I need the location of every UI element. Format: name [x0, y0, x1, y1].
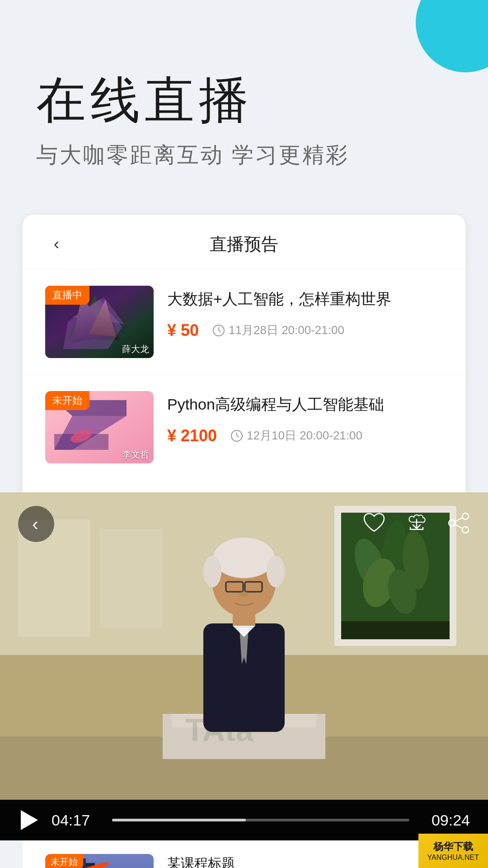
- course-price-2: ¥ 2100: [167, 426, 217, 445]
- svg-point-44: [267, 556, 285, 587]
- hero-title: 在线直播: [36, 72, 452, 127]
- play-icon: [21, 810, 38, 830]
- course-info-3: 某课程标题应用 免费 12月19日 11:30-13:00: [167, 854, 443, 868]
- panel-header: ‹ 直播预告: [23, 215, 465, 269]
- course-item-2[interactable]: 未开始 李文哲 Python高级编程与人工智能基础 ¥ 2100 12月10日 …: [23, 375, 465, 480]
- time-current: 04:17: [52, 811, 101, 829]
- progress-bar[interactable]: [112, 819, 409, 821]
- course-name-3: 某课程标题应用: [167, 854, 443, 868]
- course-author-2: 李文哲: [122, 448, 149, 461]
- svg-line-16: [237, 436, 239, 437]
- watermark: 杨华下载 YANGHUA.NET: [418, 834, 488, 868]
- progress-fill: [112, 819, 246, 821]
- course-name-2: Python高级编程与人工智能基础: [167, 394, 443, 415]
- course-info-2: Python高级编程与人工智能基础 ¥ 2100 12月10日 20:00-21…: [167, 391, 443, 445]
- course-thumbnail-2: 未开始 李文哲: [45, 391, 154, 463]
- svg-point-43: [203, 556, 221, 587]
- hero-section: 在线直播 与大咖零距离互动 学习更精彩: [0, 0, 488, 197]
- svg-point-51: [449, 520, 455, 526]
- course-meta-2: ¥ 2100 12月10日 20:00-21:00: [167, 426, 443, 445]
- player-back-button[interactable]: ‹: [18, 506, 54, 542]
- course-badge-1: 直播中: [45, 286, 89, 305]
- clock-icon: [212, 324, 225, 337]
- clock-icon-2: [230, 429, 243, 442]
- broadcast-panel: ‹ 直播预告: [23, 215, 465, 493]
- svg-point-52: [462, 527, 469, 533]
- course-badge-3: 未开始: [45, 854, 83, 868]
- svg-line-54: [455, 524, 463, 528]
- course-author-1: 薛大龙: [122, 343, 149, 355]
- player-right-controls: [362, 512, 470, 536]
- panel-title: 直播预告: [210, 233, 278, 256]
- back-chevron-icon: ‹: [54, 235, 59, 254]
- time-total: 09:24: [420, 811, 470, 829]
- panel-back-button[interactable]: ‹: [45, 233, 68, 255]
- share-icon: [447, 512, 470, 534]
- heart-icon: [362, 512, 386, 534]
- course-date-1: 11月28日 20:00-21:00: [229, 322, 344, 338]
- course-date-2: 12月10日 20:00-21:00: [247, 428, 362, 443]
- course-time-2: 12月10日 20:00-21:00: [230, 428, 362, 443]
- download-button[interactable]: [404, 513, 429, 535]
- svg-rect-29: [341, 621, 450, 639]
- course-price-1: ¥ 50: [167, 321, 199, 340]
- course-info-1: 大数据+人工智能，怎样重构世界 ¥ 50 11月28日 20:00-21:00: [167, 286, 443, 340]
- course-thumbnail-3: 未开始 程云宁: [45, 854, 154, 868]
- svg-point-48: [239, 591, 249, 597]
- video-player: TAta: [0, 492, 488, 840]
- svg-point-50: [462, 513, 469, 519]
- video-frame: TAta: [0, 492, 488, 800]
- course-item[interactable]: 直播中 薛大龙 大数据+人工智能，怎样重构世界 ¥ 50 11月28日 20:0…: [23, 269, 465, 375]
- player-back-icon: ‹: [32, 514, 38, 534]
- course-badge-2: 未开始: [45, 391, 89, 410]
- hero-subtitle: 与大咖零距离互动 学习更精彩: [36, 141, 452, 170]
- share-button[interactable]: [447, 512, 470, 536]
- favorite-button[interactable]: [362, 512, 386, 536]
- course-item-3[interactable]: 未开始 程云宁 某课程标题应用 免费 12月19日 11:30-13:00: [23, 840, 465, 868]
- course-time-1: 11月28日 20:00-21:00: [212, 322, 344, 338]
- watermark-text-sub: YANGHUA.NET: [427, 854, 479, 862]
- play-button[interactable]: [18, 809, 41, 831]
- course-name-1: 大数据+人工智能，怎样重构世界: [167, 288, 443, 310]
- course-meta-1: ¥ 50 11月28日 20:00-21:00: [167, 321, 443, 340]
- player-controls-top: ‹: [0, 492, 488, 556]
- bottom-card: 未开始 程云宁 某课程标题应用 免费 12月19日 11:30-13:00: [23, 840, 465, 868]
- watermark-text-main: 杨华下载: [427, 840, 479, 854]
- course-thumbnail-1: 直播中 薛大龙: [45, 286, 154, 358]
- cloud-download-icon: [404, 513, 429, 533]
- player-bottom-bar: 04:17 09:24: [0, 800, 488, 840]
- svg-line-8: [219, 330, 221, 332]
- svg-line-53: [455, 518, 463, 522]
